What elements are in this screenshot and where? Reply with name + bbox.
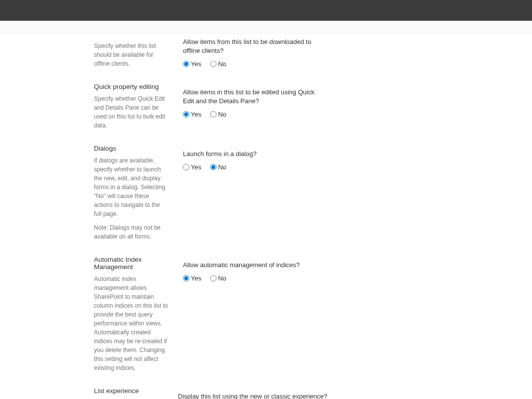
offline-no-radio[interactable]: [210, 61, 217, 67]
index-yes-radio[interactable]: [183, 275, 189, 281]
offline-question: Allow items from this list to be downloa…: [183, 38, 321, 55]
dialogs-yes-radio[interactable]: [183, 164, 189, 170]
quick-edit-yes-radio[interactable]: [183, 111, 189, 118]
quick-edit-no-radio[interactable]: [210, 111, 217, 118]
dialogs-no-radio[interactable]: [210, 164, 217, 170]
section-dialogs: Dialogs If dialogs are available, specif…: [94, 145, 440, 241]
dialogs-question: Launch forms in a dialog?: [183, 150, 440, 159]
offline-yes[interactable]: Yes: [183, 60, 201, 68]
dialogs-yes[interactable]: Yes: [183, 163, 201, 171]
dialogs-yes-label: Yes: [191, 163, 201, 171]
offline-no[interactable]: No: [210, 60, 226, 68]
quick-edit-yes-label: Yes: [191, 111, 201, 118]
index-no-label: No: [218, 275, 226, 282]
experience-title: List experience: [94, 387, 168, 395]
dialogs-title: Dialogs: [94, 145, 168, 152]
section-quick-edit: Quick property editing Specify whether Q…: [94, 83, 440, 130]
quick-edit-no-label: No: [218, 111, 226, 118]
section-experience: List experience Select the experience yo…: [94, 387, 440, 399]
dialogs-desc: If dialogs are available, specify whethe…: [94, 156, 168, 218]
index-title: Automatic Index Management: [94, 256, 168, 271]
section-index: Automatic Index Management Automatic ind…: [94, 256, 440, 372]
quick-edit-title: Quick property editing: [94, 83, 168, 90]
experience-question: Display this list using the new or class…: [178, 392, 440, 399]
offline-yes-radio[interactable]: [183, 61, 189, 67]
offline-no-label: No: [218, 60, 226, 68]
quick-edit-desc: Specify whether Quick Edit and Details P…: [94, 94, 168, 130]
dialogs-note: Note: Dialogs may not be available on al…: [94, 223, 168, 241]
settings-page: Specify whether this list should be avai…: [94, 35, 440, 399]
dialogs-no[interactable]: No: [210, 163, 226, 171]
dialogs-no-label: No: [218, 163, 226, 171]
quick-edit-question: Allow items in this list to be edited us…: [183, 88, 321, 106]
index-question: Allow automatic management of indices?: [183, 261, 440, 270]
index-no[interactable]: No: [210, 275, 226, 282]
quick-edit-yes[interactable]: Yes: [183, 111, 201, 118]
offline-yes-label: Yes: [191, 60, 201, 68]
index-desc: Automatic index management allows ShareP…: [94, 275, 168, 372]
section-offline: Specify whether this list should be avai…: [94, 38, 440, 68]
index-yes[interactable]: Yes: [183, 275, 201, 282]
header-spacer: [0, 21, 532, 35]
index-no-radio[interactable]: [210, 275, 217, 281]
index-yes-label: Yes: [191, 275, 201, 282]
top-bar: [0, 0, 532, 21]
quick-edit-no[interactable]: No: [210, 111, 226, 118]
offline-desc: Specify whether this list should be avai…: [94, 41, 168, 68]
